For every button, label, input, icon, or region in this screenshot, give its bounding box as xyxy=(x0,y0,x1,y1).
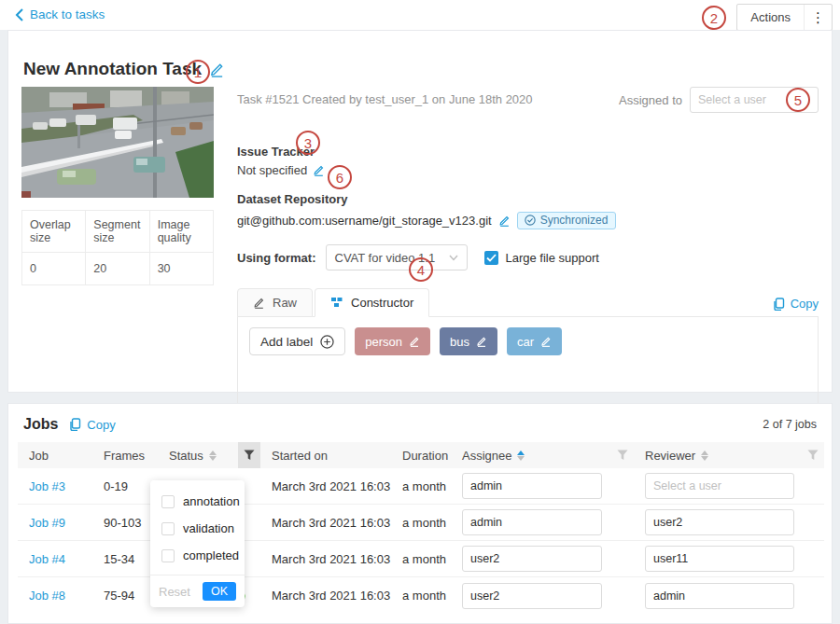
col-assignee[interactable]: Assignee xyxy=(462,449,511,463)
col-status[interactable]: Status xyxy=(169,449,203,463)
task-title: New Annotation Task xyxy=(23,59,202,79)
back-to-tasks-link[interactable]: Back to tasks xyxy=(15,7,105,21)
labels-copy-label: Copy xyxy=(791,297,819,311)
large-file-support-label: Large file support xyxy=(506,251,599,265)
status-filter-icon[interactable] xyxy=(238,442,260,468)
started-cell: March 3rd 2021 16:03 xyxy=(260,479,391,493)
check-circle-icon xyxy=(525,215,536,226)
label-chip-text: car xyxy=(517,335,534,349)
label-chip-text: person xyxy=(365,335,402,349)
started-cell: March 3rd 2021 16:03 xyxy=(260,552,391,566)
started-cell: March 3rd 2021 16:03 xyxy=(260,516,391,530)
param-header: Segment size xyxy=(86,211,149,253)
table-row: Job #9 90-103 March 3rd 2021 16:03 a mon… xyxy=(18,505,824,541)
jobs-copy-button[interactable]: Copy xyxy=(69,418,115,432)
label-chip-person[interactable]: person xyxy=(355,327,430,355)
annotation-marker-2: 2 xyxy=(702,6,726,30)
jobs-table: Job Frames Status Started on Duration As… xyxy=(18,442,824,614)
task-params-table: Overlap size Segment size Image quality … xyxy=(21,210,214,285)
started-cell: March 3rd 2021 16:03 xyxy=(260,589,391,603)
sync-status-badge[interactable]: Synchronized xyxy=(517,212,617,229)
label-chip-text: bus xyxy=(450,335,469,349)
assignee-input[interactable] xyxy=(462,509,602,535)
annotation-marker-6: 6 xyxy=(328,165,352,189)
reviewer-input[interactable] xyxy=(645,509,794,535)
edit-icon[interactable] xyxy=(409,336,420,347)
assignee-sorter[interactable] xyxy=(517,451,525,461)
job-link[interactable]: Job #3 xyxy=(29,479,65,493)
edit-icon[interactable] xyxy=(476,336,487,347)
edit-repository-icon[interactable] xyxy=(498,215,511,227)
filter-option-label: annotation xyxy=(183,494,240,508)
plus-circle-icon xyxy=(320,335,334,349)
table-row: Job #8 75-94 completed ? March 3rd 2021 … xyxy=(18,577,824,614)
job-link[interactable]: Job #9 xyxy=(29,516,65,530)
label-chip-bus[interactable]: bus xyxy=(440,327,497,355)
checkbox-unchecked-icon[interactable] xyxy=(161,549,175,562)
jobs-copy-label: Copy xyxy=(87,418,115,432)
col-duration[interactable]: Duration xyxy=(402,449,448,463)
filter-option-annotation[interactable]: annotation xyxy=(150,488,245,515)
add-label-button[interactable]: Add label xyxy=(249,327,345,355)
task-preview-image xyxy=(21,87,214,198)
assignee-input[interactable] xyxy=(462,583,602,609)
actions-button[interactable]: Actions ⋮ xyxy=(736,4,833,31)
edit-issue-tracker-icon[interactable] xyxy=(313,164,325,176)
assignee-input[interactable] xyxy=(462,473,602,499)
reviewer-input[interactable] xyxy=(645,473,794,499)
checkbox-unchecked-icon[interactable] xyxy=(161,495,175,508)
filter-option-validation[interactable]: validation xyxy=(150,515,245,542)
chevron-down-icon xyxy=(449,255,458,261)
frames-cell: 0-19 xyxy=(92,479,158,493)
col-started-on[interactable]: Started on xyxy=(272,449,328,463)
edit-title-icon[interactable] xyxy=(209,62,225,77)
filter-reset-button[interactable]: Reset xyxy=(159,585,190,599)
labels-tabs: Raw Constructor Copy xyxy=(237,287,819,317)
col-job[interactable]: Job xyxy=(29,449,49,463)
frames-cell: 15-34 xyxy=(92,552,158,566)
tab-constructor-label: Constructor xyxy=(351,296,413,310)
col-reviewer[interactable]: Reviewer xyxy=(645,449,695,463)
more-vertical-icon[interactable]: ⋮ xyxy=(804,5,832,30)
status-sorter[interactable] xyxy=(209,451,217,461)
reviewer-filter-icon[interactable] xyxy=(802,442,824,468)
labels-copy-button[interactable]: Copy xyxy=(773,297,819,316)
table-row: Job #3 0-19 March 3rd 2021 16:03 a month xyxy=(18,468,824,505)
filter-ok-button[interactable]: OK xyxy=(203,582,236,601)
checkbox-unchecked-icon[interactable] xyxy=(161,522,175,535)
task-details-card: New Annotation Task xyxy=(7,30,833,393)
assignee-input[interactable] xyxy=(462,546,602,572)
assignee-filter-icon[interactable] xyxy=(611,442,634,468)
param-header: Overlap size xyxy=(22,211,86,253)
edit-icon[interactable] xyxy=(540,336,552,347)
issue-tracker-value: Not specified xyxy=(237,163,307,177)
table-row: Job #4 15-34 March 3rd 2021 16:03 a mont… xyxy=(18,541,824,577)
issue-tracker-label: Issue Tracker xyxy=(237,145,819,159)
jobs-title: Jobs xyxy=(23,416,58,433)
filter-option-label: completed xyxy=(183,548,239,562)
add-label-text: Add label xyxy=(260,335,313,349)
dataset-repository-label: Dataset Repository xyxy=(237,192,819,206)
param-header: Image quality xyxy=(149,211,213,253)
annotation-marker-4: 4 xyxy=(409,257,433,282)
dataset-repository-url: git@github.com:username/git_storage_v123… xyxy=(237,214,492,228)
filter-option-completed[interactable]: completed xyxy=(150,542,245,569)
chevron-left-icon xyxy=(15,8,23,21)
copy-icon xyxy=(773,298,785,311)
task-meta: Task #1521 Created by test_user_1 on Jun… xyxy=(237,87,533,106)
duration-cell: a month xyxy=(391,516,451,530)
assigned-to-label: Assigned to xyxy=(619,93,682,107)
reviewer-input[interactable] xyxy=(645,583,794,609)
reviewer-input[interactable] xyxy=(645,546,794,572)
tab-raw[interactable]: Raw xyxy=(237,288,313,317)
job-link[interactable]: Job #8 xyxy=(29,589,65,603)
duration-cell: a month xyxy=(391,479,451,493)
label-chip-car[interactable]: car xyxy=(507,327,562,355)
jobs-count: 2 of 7 jobs xyxy=(763,418,817,431)
tab-constructor[interactable]: Constructor xyxy=(315,288,429,317)
job-link[interactable]: Job #4 xyxy=(29,552,65,566)
reviewer-sorter[interactable] xyxy=(701,451,708,461)
large-file-support-checkbox[interactable]: Large file support xyxy=(484,251,599,265)
col-frames[interactable]: Frames xyxy=(104,449,145,463)
format-select[interactable]: CVAT for video 1.1 xyxy=(326,244,468,270)
